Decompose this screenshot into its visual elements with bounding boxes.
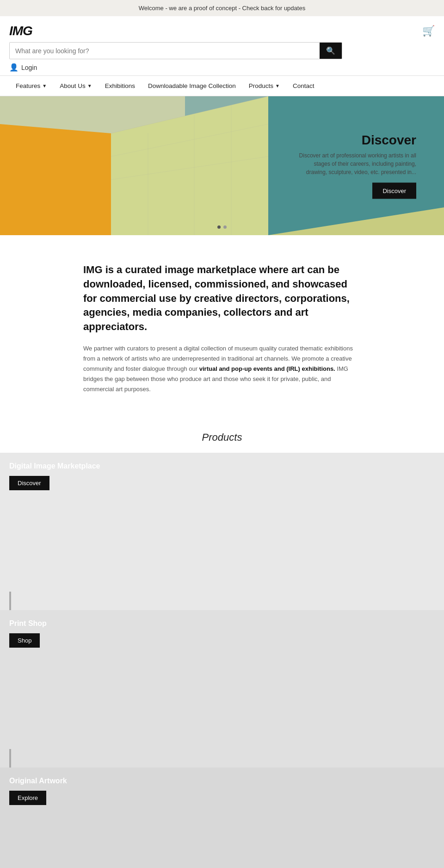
nav-item-exhibitions[interactable]: Exhibitions bbox=[99, 76, 142, 96]
user-icon: 👤 bbox=[9, 63, 18, 72]
about-text-bold: virtual and pop-up events and (IRL) exhi… bbox=[199, 365, 335, 372]
header: IMG 🛒 🔍 👤 Login bbox=[0, 16, 444, 75]
top-banner: Welcome - we are a proof of concept - Ch… bbox=[0, 0, 444, 16]
nav-item-about[interactable]: About Us ▼ bbox=[53, 76, 98, 96]
about-heading: IMG is a curated image marketplace where… bbox=[83, 263, 361, 334]
nav-item-products[interactable]: Products ▼ bbox=[242, 76, 286, 96]
product-card-original: Original Artwork Explore bbox=[0, 768, 444, 868]
hero-dots bbox=[217, 225, 227, 229]
product-discover-button[interactable]: Discover bbox=[9, 476, 49, 490]
login-label: Login bbox=[21, 64, 37, 71]
header-top: IMG 🛒 bbox=[9, 24, 435, 38]
hero-dot-1[interactable] bbox=[217, 225, 221, 229]
nav-label-exhibitions: Exhibitions bbox=[105, 82, 135, 89]
nav-label-downloadable: Downloadable Image Collection bbox=[148, 82, 236, 89]
search-input[interactable] bbox=[10, 44, 320, 58]
about-paragraph: We partner with curators to present a di… bbox=[83, 343, 361, 394]
chevron-down-icon: ▼ bbox=[87, 83, 92, 88]
navigation: Features ▼ About Us ▼ Exhibitions Downlo… bbox=[0, 75, 444, 96]
chevron-down-icon: ▼ bbox=[275, 83, 280, 88]
nav-label-products: Products bbox=[249, 82, 273, 89]
hero-section: Discover Discover art of professional wo… bbox=[0, 96, 444, 235]
product-shop-button[interactable]: Shop bbox=[9, 633, 40, 648]
banner-text: Welcome - we are a proof of concept - Ch… bbox=[139, 5, 305, 12]
hero-title: Discover bbox=[296, 133, 416, 148]
product-explore-button[interactable]: Explore bbox=[9, 791, 46, 805]
products-section: Products Digital Image Marketplace Disco… bbox=[0, 422, 444, 868]
hero-overlay: Discover Discover art of professional wo… bbox=[296, 133, 416, 199]
nav-item-features[interactable]: Features ▼ bbox=[9, 76, 53, 96]
product-card-bar-2 bbox=[9, 749, 11, 768]
about-section: IMG is a curated image marketplace where… bbox=[0, 235, 444, 422]
products-title: Products bbox=[0, 431, 444, 443]
logo: IMG bbox=[9, 24, 32, 38]
nav-label-about: About Us bbox=[60, 82, 86, 89]
product-label-original: Original Artwork bbox=[9, 777, 67, 785]
hero-discover-button[interactable]: Discover bbox=[372, 183, 416, 199]
product-label-print: Print Shop bbox=[9, 619, 47, 628]
nav-item-contact[interactable]: Contact bbox=[286, 76, 321, 96]
svg-marker-4 bbox=[0, 124, 111, 235]
nav-label-contact: Contact bbox=[293, 82, 314, 89]
search-button[interactable]: 🔍 bbox=[320, 43, 342, 59]
nav-label-features: Features bbox=[16, 82, 40, 89]
product-card-print: Print Shop Shop bbox=[0, 610, 444, 768]
product-card-digital: Digital Image Marketplace Discover bbox=[0, 453, 444, 610]
hero-description: Discover art of professional working art… bbox=[296, 151, 416, 176]
login-row[interactable]: 👤 Login bbox=[9, 63, 435, 72]
nav-item-downloadable[interactable]: Downloadable Image Collection bbox=[142, 76, 242, 96]
chevron-down-icon: ▼ bbox=[42, 83, 47, 88]
product-card-bar-1 bbox=[9, 592, 11, 610]
hero-dot-2[interactable] bbox=[223, 225, 227, 229]
product-label-digital: Digital Image Marketplace bbox=[9, 462, 100, 470]
search-bar: 🔍 bbox=[9, 42, 342, 59]
cart-icon[interactable]: 🛒 bbox=[422, 25, 435, 37]
